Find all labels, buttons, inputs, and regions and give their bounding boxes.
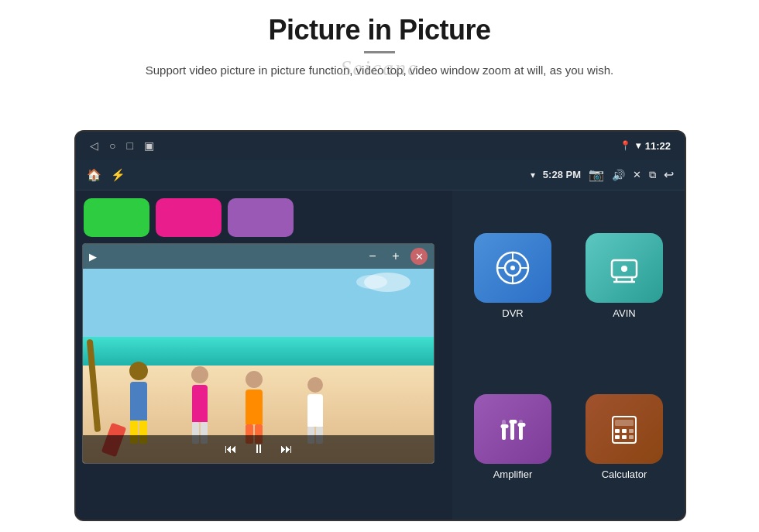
back-toolbar-icon[interactable]: ↩ <box>664 167 674 182</box>
svg-rect-25 <box>629 429 634 433</box>
svg-rect-26 <box>615 435 620 439</box>
pip-icon[interactable]: ⧉ <box>649 169 656 181</box>
svg-point-2 <box>510 266 515 270</box>
time-display: 11:22 <box>645 140 671 152</box>
pip-video-icon: ▶ <box>89 251 97 263</box>
calculator-icon-svg <box>606 410 643 448</box>
person-3 <box>246 371 263 444</box>
status-right: 📍 ▾ 11:22 <box>620 140 671 152</box>
dvr-label: DVR <box>502 307 523 319</box>
app-cell-dvr[interactable]: DVR <box>460 198 565 354</box>
svg-rect-20 <box>518 423 526 427</box>
pip-window: ▶ − + ✕ <box>82 243 434 464</box>
svg-rect-22 <box>615 420 634 426</box>
avin-label: AVIN <box>613 307 635 319</box>
close-icon[interactable]: ✕ <box>633 169 641 180</box>
svg-rect-14 <box>501 424 509 428</box>
video-area: ▶ − + ✕ <box>76 190 452 521</box>
siriusxm-icon-top[interactable] <box>156 198 222 237</box>
person-2 <box>191 366 208 444</box>
camera-icon[interactable]: 📷 <box>589 167 604 182</box>
pip-ctrl-right: − + ✕ <box>364 248 428 265</box>
person-1 <box>129 362 148 444</box>
dvr-icon-svg <box>494 249 531 287</box>
svg-rect-24 <box>622 429 627 433</box>
pip-playback: ⏮ ⏸ ⏭ <box>83 435 434 463</box>
svg-rect-16 <box>510 421 514 440</box>
page-title: Picture in Picture <box>0 14 759 46</box>
svg-rect-17 <box>510 420 517 424</box>
location-icon: 📍 <box>620 140 631 151</box>
app-cell-avin[interactable]: AVIN <box>572 198 677 354</box>
netflix-icon-top[interactable] <box>84 198 149 237</box>
recents-icon[interactable]: □ <box>126 139 132 152</box>
calculator-label: Calculator <box>602 469 647 480</box>
home-toolbar-icon[interactable]: 🏠 <box>87 168 101 182</box>
app-cell-amplifier[interactable]: Amplifier <box>460 360 565 516</box>
back-icon[interactable]: ◁ <box>90 139 98 152</box>
person-4 <box>307 377 323 444</box>
svg-rect-23 <box>615 429 620 433</box>
usb-icon: ⚡ <box>111 168 125 182</box>
pip-plus-button[interactable]: + <box>387 248 404 265</box>
nav-icons: ◁ ○ □ ▣ <box>90 139 154 152</box>
page-subtitle: Support video picture in picture functio… <box>62 61 697 80</box>
avin-icon-box <box>586 233 663 303</box>
avin-icon-svg <box>606 249 643 287</box>
svg-rect-27 <box>622 435 627 439</box>
tablet-frame: ◁ ○ □ ▣ 📍 ▾ 11:22 🏠 ⚡ ▾ 5:28 PM 📷 🔊 ✕ ⧉ … <box>74 130 686 521</box>
title-divider <box>364 51 395 53</box>
pip-controls-bar: ▶ − + ✕ <box>83 244 434 269</box>
pip-close-button[interactable]: ✕ <box>410 248 428 265</box>
app-cell-calculator[interactable]: Calculator <box>572 360 677 516</box>
pause-button[interactable]: ⏸ <box>252 442 265 456</box>
wheelkey-icon-top[interactable] <box>228 198 294 237</box>
volume-icon[interactable]: 🔊 <box>612 169 625 181</box>
android-statusbar: ◁ ○ □ ▣ 📍 ▾ 11:22 <box>76 132 685 160</box>
pip-minus-button[interactable]: − <box>364 248 381 265</box>
calculator-icon-box <box>586 394 663 464</box>
wifi-icon: ▾ <box>636 140 641 151</box>
app-grid: DVR AVIN <box>452 190 685 521</box>
svg-point-8 <box>621 266 627 272</box>
home-icon[interactable]: ○ <box>109 139 115 152</box>
wifi-status-icon: ▾ <box>531 170 535 180</box>
android-toolbar: 🏠 ⚡ ▾ 5:28 PM 📷 🔊 ✕ ⧉ ↩ <box>76 160 685 190</box>
amplifier-icon-box <box>474 394 551 464</box>
next-button[interactable]: ⏭ <box>280 442 293 456</box>
page-header: Picture in Picture Support video picture… <box>0 0 759 84</box>
dvr-icon-box <box>474 233 551 303</box>
toolbar-time: 5:28 PM <box>543 169 581 180</box>
menu-icon[interactable]: ▣ <box>144 139 154 152</box>
top-app-icons-row <box>76 190 452 237</box>
svg-rect-28 <box>629 435 634 439</box>
amplifier-icon-svg <box>494 410 531 448</box>
amplifier-label: Amplifier <box>493 469 533 480</box>
beach-scene <box>83 269 434 463</box>
toolbar-right: ▾ 5:28 PM 📷 🔊 ✕ ⧉ ↩ <box>531 167 674 182</box>
prev-button[interactable]: ⏮ <box>225 442 237 456</box>
main-content: ▶ − + ✕ <box>76 190 685 521</box>
toolbar-left: 🏠 ⚡ <box>87 168 125 182</box>
